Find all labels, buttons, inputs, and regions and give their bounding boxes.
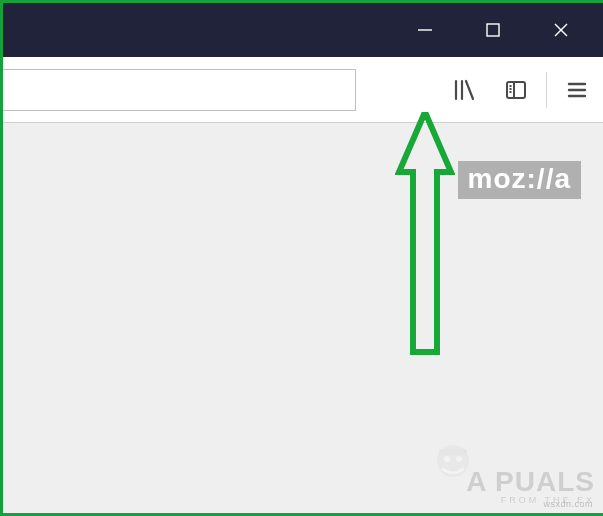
watermark-main-text: A PUALS [466,471,595,493]
close-icon [552,21,570,39]
mozilla-badge: moz://a [458,161,581,199]
appuals-logo-icon [423,439,483,499]
svg-rect-18 [439,449,467,455]
maximize-icon [485,22,501,38]
toolbar-right-group [438,57,603,123]
browser-toolbar [3,57,603,123]
watermark: A PUALS FROM THE EX [466,471,595,505]
close-button[interactable] [527,3,595,57]
toolbar-separator [546,72,547,108]
screenshot-frame: moz://a A PUALS FROM THE EX wsxdn.com [0,0,603,516]
library-button[interactable] [438,64,490,116]
url-input[interactable] [3,69,356,111]
minimize-icon [416,21,434,39]
svg-point-17 [456,456,462,462]
watermark-sub-text: FROM THE EX [466,495,595,505]
hamburger-icon [566,79,588,101]
svg-line-6 [466,81,473,99]
menu-button[interactable] [551,64,603,116]
page-content: moz://a A PUALS FROM THE EX wsxdn.com [3,123,603,513]
sidebar-button[interactable] [490,64,542,116]
maximize-button[interactable] [459,3,527,57]
watermark-tiny-text: wsxdn.com [543,499,593,509]
sidebar-icon [504,78,528,102]
library-icon [451,77,477,103]
svg-point-16 [444,456,450,462]
minimize-button[interactable] [391,3,459,57]
svg-point-15 [437,445,469,477]
window-title-bar [3,3,603,57]
svg-rect-1 [487,24,499,36]
